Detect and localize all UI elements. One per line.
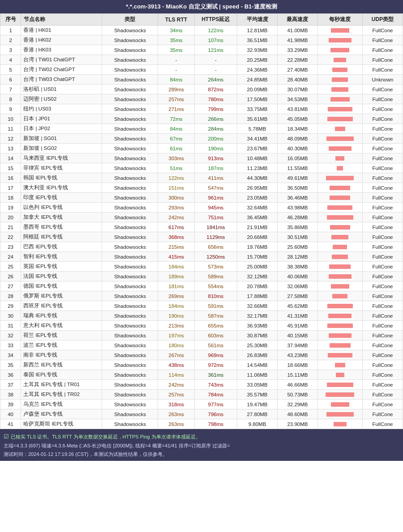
cell-name: 马来西亚 IEPL专线	[21, 153, 102, 163]
cell-https: 961ms	[194, 193, 237, 203]
cell-type: Shadowsocks	[102, 400, 158, 409]
cell-seq: 38	[0, 390, 21, 400]
table-row: 36 泰国 IEPL专线 Shadowsocks 114ms 361ms 11.…	[0, 370, 403, 380]
cell-name: 荷兰 IEPL专线	[21, 331, 102, 340]
table-row: 19 以色列 IEPL专线 Shadowsocks 293ms 945ms 32…	[0, 203, 403, 213]
cell-persec	[317, 124, 362, 134]
cell-type: Shadowsocks	[102, 104, 158, 114]
cell-name: 纽约 | US03	[21, 104, 102, 114]
cell-tls: 289ms	[158, 85, 194, 94]
cell-name: 波兰 IEPL专线	[21, 340, 102, 350]
cell-max: 28.12MB	[278, 252, 318, 262]
cell-max: 27.58MB	[278, 291, 318, 301]
table-row: 15 菲律宾 IEPL专线 Shadowsocks 51ms 187ms 11.…	[0, 163, 403, 173]
cell-persec	[317, 350, 362, 360]
cell-max: 36.46MB	[278, 193, 318, 203]
cell-https: 603ms	[194, 331, 237, 340]
cell-type: Shadowsocks	[102, 311, 158, 321]
cell-avg: 25.30MB	[237, 340, 278, 350]
table-row: 28 俄罗斯 IEPL专线 Shadowsocks 269ms 810ms 17…	[0, 291, 403, 301]
table-row: 41 哈萨克斯坦 IEPL专线 Shadowsocks 263ms 798ms …	[0, 419, 403, 429]
cell-persec	[317, 242, 362, 252]
table-row: 24 智利 IEPL专线 Shadowsocks 415ms 1250ms 15…	[0, 252, 403, 262]
cell-tls: 51ms	[158, 163, 194, 173]
cell-seq: 12	[0, 134, 21, 144]
cell-avg: 32.64MB	[237, 203, 278, 213]
table-row: 1 香港 | HK01 Shadowsocks 34ms 122ms 12.81…	[0, 26, 403, 35]
cell-max: 18.66MB	[278, 360, 318, 370]
cell-avg: 20.78MB	[237, 281, 278, 291]
cell-max: 30.51MB	[278, 232, 318, 242]
cell-seq: 36	[0, 370, 21, 380]
cell-type: Shadowsocks	[102, 114, 158, 124]
cell-name: 俄罗斯 IEPL专线	[21, 291, 102, 301]
cell-type: Shadowsocks	[102, 390, 158, 400]
cell-https: 591ms	[194, 301, 237, 311]
cell-type: Shadowsocks	[102, 409, 158, 419]
cell-seq: 26	[0, 272, 21, 281]
cell-max: 34.53MB	[278, 94, 318, 104]
cell-udp: FullCone	[362, 321, 403, 331]
cell-persec	[317, 85, 362, 94]
cell-avg: 14.54MB	[237, 360, 278, 370]
cell-max: 36.50MB	[278, 183, 318, 193]
cell-https: 264ms	[194, 75, 237, 85]
cell-type: Shadowsocks	[102, 340, 158, 350]
cell-seq: 40	[0, 409, 21, 419]
table-row: 5 台湾 | TW02 ChatGPT Shadowsocks - - 24.3…	[0, 65, 403, 75]
cell-seq: 39	[0, 400, 21, 409]
cell-udp: FullCone	[362, 291, 403, 301]
cell-tls: 368ms	[158, 232, 194, 242]
cell-type: Shadowsocks	[102, 419, 158, 429]
cell-type: Shadowsocks	[102, 272, 158, 281]
cell-persec	[317, 360, 362, 370]
cell-max: 40.15MB	[278, 331, 318, 340]
cell-https: 587ms	[194, 311, 237, 321]
cell-max: 50.73MB	[278, 390, 318, 400]
cell-avg: 23.67MB	[237, 144, 278, 153]
cell-type: Shadowsocks	[102, 331, 158, 340]
cell-type: Shadowsocks	[102, 134, 158, 144]
cell-max: 45.05MB	[278, 114, 318, 124]
cell-avg: 20.09MB	[237, 85, 278, 94]
cell-persec	[317, 419, 362, 429]
table-row: 34 南非 IEPL专线 Shadowsocks 267ms 969ms 26.…	[0, 350, 403, 360]
cell-udp: FullCone	[362, 183, 403, 193]
cell-name: 乌克兰 IEPL专线	[21, 400, 102, 409]
cell-persec	[317, 35, 362, 45]
cell-max: 43.23MB	[278, 350, 318, 360]
cell-type: Shadowsocks	[102, 65, 158, 75]
cell-udp: FullCone	[362, 301, 403, 311]
cell-seq: 4	[0, 55, 21, 65]
table-row: 38 土耳其 IEPL专线 | TR02 Shadowsocks 257ms 7…	[0, 390, 403, 400]
cell-name: 巴西 IEPL专线	[21, 242, 102, 252]
cell-avg: 20.66MB	[237, 232, 278, 242]
cell-persec	[317, 45, 362, 55]
cell-tls: 84ms	[158, 124, 194, 134]
cell-name: 香港 | HK01	[21, 26, 102, 35]
table-row: 22 阿根廷 IEPL专线 Shadowsocks 368ms 1129ms 2…	[0, 232, 403, 242]
cell-type: Shadowsocks	[102, 213, 158, 222]
table-row: 27 德国 IEPL专线 Shadowsocks 181ms 554ms 20.…	[0, 281, 403, 291]
cell-seq: 35	[0, 360, 21, 370]
cell-persec	[317, 183, 362, 193]
cell-seq: 13	[0, 144, 21, 153]
cell-seq: 32	[0, 331, 21, 340]
cell-name: 德国 IEPL专线	[21, 281, 102, 291]
cell-name: 泰国 IEPL专线	[21, 370, 102, 380]
cell-type: Shadowsocks	[102, 75, 158, 85]
table-row: 7 洛杉矶 | US01 Shadowsocks 289ms 872ms 20.…	[0, 85, 403, 94]
cell-type: Shadowsocks	[102, 124, 158, 134]
cell-persec	[317, 380, 362, 390]
cell-name: 菲律宾 IEPL专线	[21, 163, 102, 173]
footer-line2: 测试时间：2024-01-12 17:19:26 (CST)，本测试为试验性结果…	[4, 450, 399, 459]
cell-type: Shadowsocks	[102, 55, 158, 65]
cell-tls: 269ms	[158, 291, 194, 301]
table-row: 21 墨西哥 IEPL专线 Shadowsocks 617ms 1841ms 2…	[0, 222, 403, 232]
table-row: 4 台湾 | TW01 ChatGPT Shadowsocks - - 20.2…	[0, 55, 403, 65]
cell-persec	[317, 163, 362, 173]
cell-tls: 35ms	[158, 35, 194, 45]
cell-tls: 213ms	[158, 321, 194, 331]
speed-table: 序号 节点名称 类型 TLS RTT HTTPS延迟 平均速度 最高速度 每秒速…	[0, 13, 403, 429]
cell-name: 新西兰 IEPL专线	[21, 360, 102, 370]
